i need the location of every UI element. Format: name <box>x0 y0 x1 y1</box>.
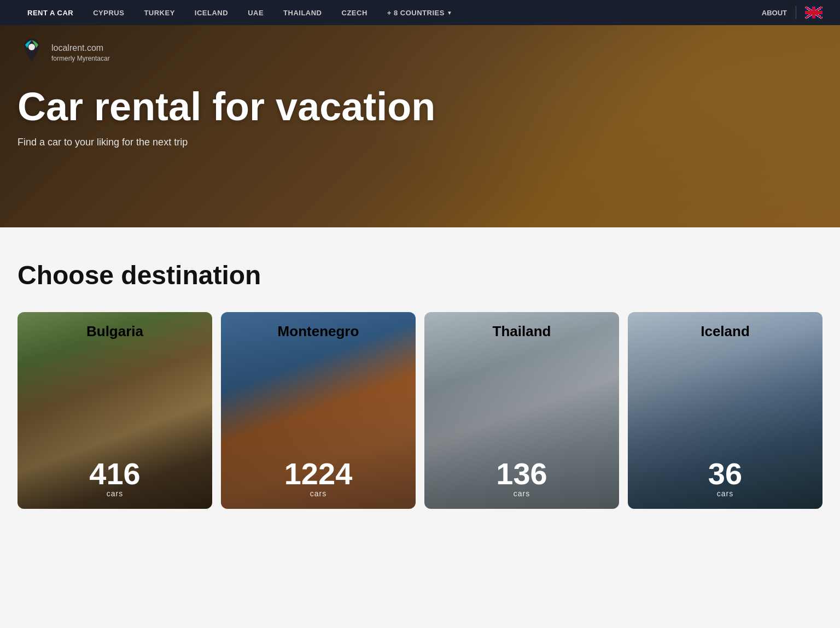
svg-point-0 <box>28 44 35 50</box>
logo-icon <box>18 36 46 64</box>
dest-card-stats-thailand: 136 cars <box>424 448 619 509</box>
hero-title: Car rental for vacation <box>18 86 435 128</box>
logo-name: localrent.com <box>51 38 110 54</box>
dest-card-count-iceland: 36 <box>639 459 812 489</box>
nav-item-turkey[interactable]: TURKEY <box>134 0 184 25</box>
dest-card-bulgaria[interactable]: Bulgaria 416 cars <box>18 312 212 509</box>
dest-card-name-montenegro: Montenegro <box>221 323 416 340</box>
hero-section: localrent.com formerly Myrentacar Car re… <box>0 25 840 227</box>
dest-card-cars-label-iceland: cars <box>639 489 812 498</box>
nav-links: RENT A CAR CYPRUS TURKEY ICELAND UAE THA… <box>18 0 462 25</box>
dest-card-cars-label-bulgaria: cars <box>28 489 201 498</box>
nav-item-rent-a-car[interactable]: RENT A CAR <box>18 0 83 25</box>
dest-card-cars-label-montenegro: cars <box>232 489 405 498</box>
dest-card-name-bulgaria: Bulgaria <box>18 323 212 340</box>
hero-subtitle: Find a car to your liking for the next t… <box>18 137 188 148</box>
logo-subtitle: formerly Myrentacar <box>51 55 110 62</box>
dest-card-cars-label-thailand: cars <box>435 489 608 498</box>
nav-divider <box>796 6 796 19</box>
dest-card-stats-iceland: 36 cars <box>628 448 822 509</box>
dest-card-name-iceland: Iceland <box>628 323 822 340</box>
main-content: Choose destination Bulgaria 416 cars Mon… <box>0 227 840 531</box>
site-logo[interactable]: localrent.com formerly Myrentacar <box>18 36 110 64</box>
dest-card-count-bulgaria: 416 <box>28 459 201 489</box>
logo-text: localrent.com formerly Myrentacar <box>51 38 110 62</box>
nav-item-more-countries[interactable]: + 8 COUNTRIES ▼ <box>377 0 463 25</box>
section-title: Choose destination <box>18 260 822 290</box>
flag-cross-v <box>812 7 815 19</box>
dest-card-stats-bulgaria: 416 cars <box>18 448 212 509</box>
destinations-grid: Bulgaria 416 cars Montenegro 1224 cars T… <box>18 312 822 509</box>
dest-card-count-thailand: 136 <box>435 459 608 489</box>
dest-card-name-thailand: Thailand <box>424 323 619 340</box>
nav-item-uae[interactable]: UAE <box>238 0 273 25</box>
nav-item-iceland[interactable]: ICELAND <box>185 0 238 25</box>
nav-about[interactable]: ABOUT <box>762 9 787 17</box>
dest-card-montenegro[interactable]: Montenegro 1224 cars <box>221 312 416 509</box>
main-nav: RENT A CAR CYPRUS TURKEY ICELAND UAE THA… <box>0 0 840 25</box>
dest-card-iceland[interactable]: Iceland 36 cars <box>628 312 822 509</box>
nav-item-cyprus[interactable]: CYPRUS <box>83 0 134 25</box>
dropdown-arrow-icon: ▼ <box>447 10 452 16</box>
dest-card-thailand[interactable]: Thailand 136 cars <box>424 312 619 509</box>
nav-item-thailand[interactable]: THAILAND <box>273 0 331 25</box>
nav-right: ABOUT <box>762 6 822 19</box>
nav-item-czech[interactable]: CZECH <box>332 0 377 25</box>
language-flag[interactable] <box>805 7 822 19</box>
dest-card-count-montenegro: 1224 <box>232 459 405 489</box>
dest-card-stats-montenegro: 1224 cars <box>221 448 416 509</box>
